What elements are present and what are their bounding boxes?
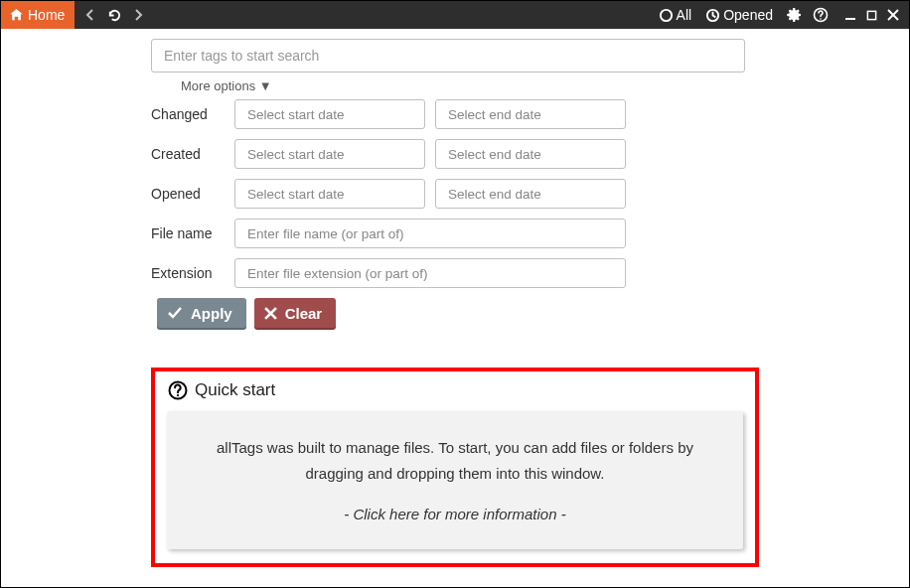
filter-all-button[interactable]: All: [654, 1, 697, 29]
gear-icon: [787, 7, 803, 23]
extension-row: Extension: [151, 258, 909, 288]
reload-button[interactable]: [102, 3, 126, 27]
reload-icon: [107, 8, 122, 23]
search-section: More options ▼: [151, 39, 745, 99]
opened-row: Opened: [151, 179, 909, 209]
nav-buttons: [78, 3, 150, 27]
home-label: Home: [28, 7, 65, 23]
apply-label: Apply: [191, 305, 232, 322]
quick-start-header: Quick start: [167, 379, 743, 401]
titlebar: Home All Opened: [1, 1, 909, 29]
svg-point-0: [660, 9, 671, 20]
more-options-toggle[interactable]: More options ▼: [181, 78, 272, 93]
created-label: Created: [151, 146, 234, 162]
titlebar-right: All Opened: [654, 1, 909, 29]
quick-start-more: - Click here for more information -: [197, 502, 713, 527]
changed-start-input[interactable]: [234, 99, 425, 129]
close-icon: [887, 9, 899, 21]
maximize-icon: [866, 10, 877, 21]
filter-opened-button[interactable]: Opened: [700, 1, 778, 29]
chevron-right-icon: [133, 9, 143, 21]
created-row: Created: [151, 139, 909, 169]
apply-button[interactable]: Apply: [157, 298, 246, 328]
maximize-button[interactable]: [861, 1, 882, 29]
created-start-input[interactable]: [234, 139, 425, 169]
tag-search-input[interactable]: [151, 39, 745, 73]
filter-opened-label: Opened: [723, 7, 773, 23]
home-button[interactable]: Home: [1, 1, 75, 29]
filename-input[interactable]: [234, 219, 626, 248]
created-end-input[interactable]: [435, 139, 626, 169]
quick-start-body: allTags was built to manage files. To st…: [197, 435, 713, 486]
circle-icon: [659, 8, 674, 23]
close-button[interactable]: [882, 1, 909, 29]
filter-all-label: All: [677, 7, 692, 23]
quick-start-panel[interactable]: allTags was built to manage files. To st…: [167, 411, 743, 549]
opened-label: Opened: [151, 186, 234, 202]
opened-start-input[interactable]: [234, 179, 425, 209]
forward-button[interactable]: [126, 3, 150, 27]
filters-section: Changed Created Opened File name Extensi…: [151, 99, 909, 288]
help-icon: [813, 7, 829, 23]
quick-start-title: Quick start: [195, 380, 275, 400]
clear-label: Clear: [285, 305, 323, 322]
extension-input[interactable]: [234, 258, 626, 288]
minimize-icon: [844, 9, 856, 21]
question-icon: [167, 379, 189, 401]
home-icon: [9, 8, 24, 22]
changed-label: Changed: [151, 106, 234, 122]
minimize-button[interactable]: [839, 1, 861, 29]
back-button[interactable]: [78, 3, 102, 27]
changed-end-input[interactable]: [435, 99, 626, 129]
opened-end-input[interactable]: [435, 179, 626, 209]
check-icon: [167, 306, 183, 320]
x-icon: [264, 307, 277, 320]
clear-button[interactable]: Clear: [254, 298, 337, 328]
filter-buttons: Apply Clear: [157, 298, 909, 328]
clock-icon: [705, 8, 720, 23]
more-options-label: More options ▼: [181, 78, 272, 93]
svg-rect-5: [867, 11, 875, 19]
extension-label: Extension: [151, 265, 234, 281]
chevron-left-icon: [85, 9, 95, 21]
quick-start-highlight: Quick start allTags was built to manage …: [151, 368, 759, 567]
help-button[interactable]: [808, 1, 834, 29]
changed-row: Changed: [151, 99, 909, 129]
filename-label: File name: [151, 225, 234, 241]
svg-point-11: [177, 394, 179, 396]
filename-row: File name: [151, 219, 909, 248]
settings-button[interactable]: [782, 1, 808, 29]
svg-point-3: [820, 18, 822, 20]
